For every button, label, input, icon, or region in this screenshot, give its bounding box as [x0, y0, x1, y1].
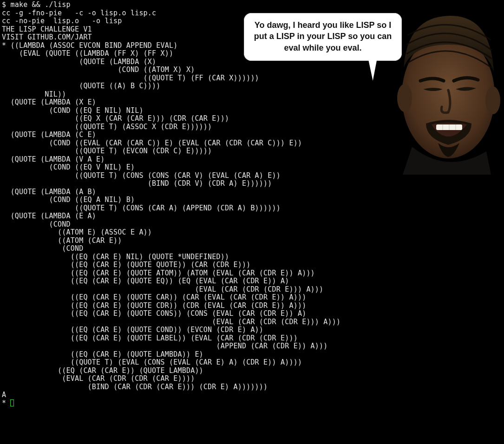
prompt-symbol: * [2, 399, 10, 407]
terminal-text: $ make && ./lisp cc -g -fno-pie -c -o li… [2, 0, 340, 399]
prompt-line[interactable]: * [2, 399, 14, 407]
cursor [10, 399, 14, 406]
terminal-output[interactable]: $ make && ./lisp cc -g -fno-pie -c -o li… [0, 0, 504, 407]
